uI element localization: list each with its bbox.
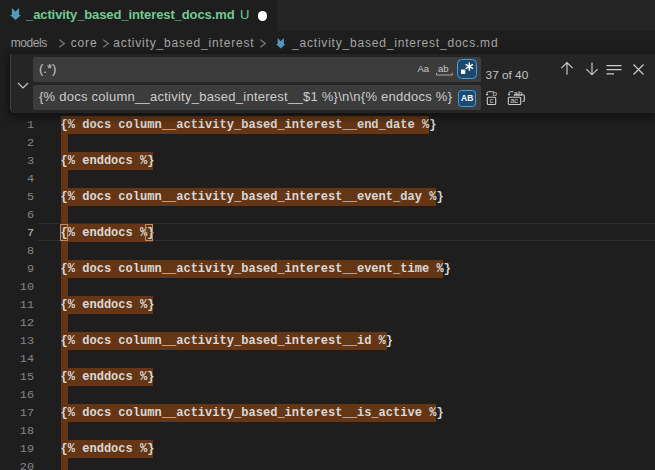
svg-text:c: c bbox=[490, 96, 494, 105]
svg-text:ac: ac bbox=[510, 96, 518, 105]
svg-text:b: b bbox=[493, 89, 498, 98]
